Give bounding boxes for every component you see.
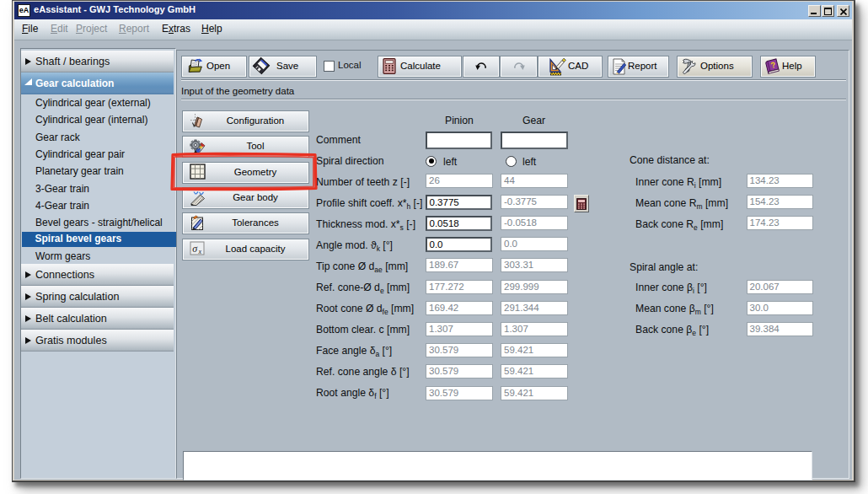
svg-text:x: x [198, 248, 202, 255]
